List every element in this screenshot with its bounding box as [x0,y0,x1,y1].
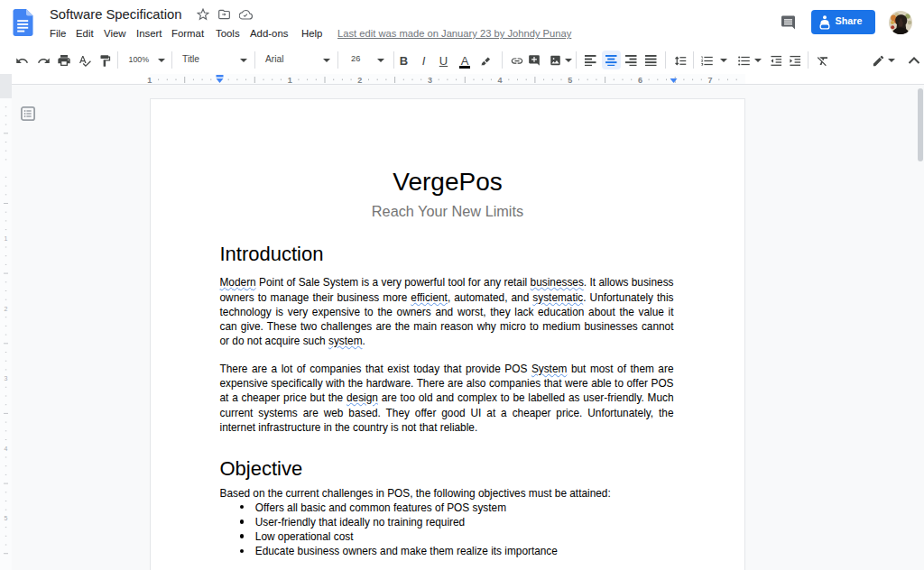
svg-text:4: 4 [5,446,8,452]
svg-text:6: 6 [638,76,642,85]
svg-text:1: 1 [288,76,292,85]
svg-text:2: 2 [357,76,362,85]
svg-text:3: 3 [428,76,432,85]
svg-text:1: 1 [147,76,152,85]
svg-text:2: 2 [5,306,8,312]
svg-text:5: 5 [5,515,8,521]
svg-text:4: 4 [498,76,503,85]
svg-text:3: 3 [5,375,8,382]
svg-text:5: 5 [568,76,572,85]
svg-text:1: 1 [5,235,8,242]
svg-text:7: 7 [708,76,713,85]
